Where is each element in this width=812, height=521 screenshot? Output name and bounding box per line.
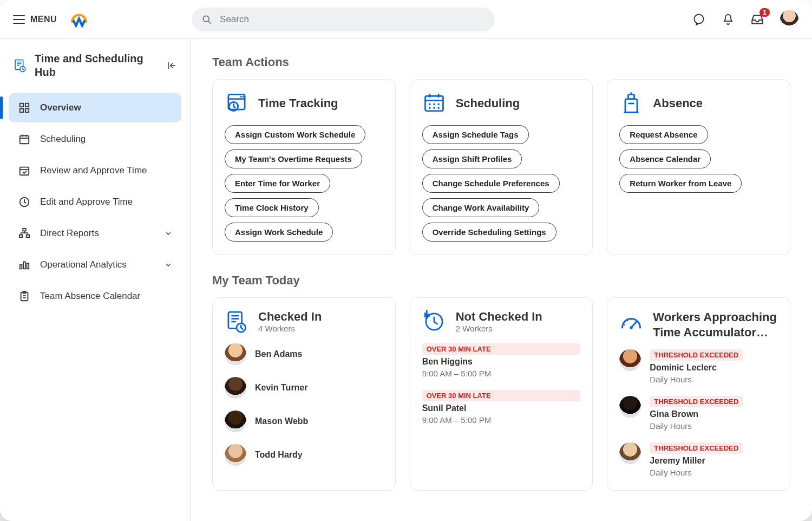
menu-button[interactable]: MENU <box>13 15 57 24</box>
chevron-down-icon <box>164 229 173 238</box>
nav-label: Review and Approve Time <box>40 165 147 176</box>
gauge-icon <box>619 310 643 334</box>
checked-in-card: Checked In 4 Workers Ben AdamsKevin Turn… <box>212 297 396 491</box>
sidebar-item-overview[interactable]: Overview <box>9 93 181 122</box>
svg-rect-14 <box>20 136 29 144</box>
action-pill[interactable]: Return Worker from Leave <box>619 174 742 193</box>
late-entry[interactable]: OVER 30 MIN LATEBen Higgins9:00 AM – 5:0… <box>422 343 581 378</box>
metric-label: Daily Hours <box>650 375 743 384</box>
accumulator-row[interactable]: THRESHOLD EXCEEDEDGina BrownDaily Hours <box>619 396 778 431</box>
worker-row[interactable]: Kevin Turner <box>225 377 383 399</box>
avatar <box>619 442 641 464</box>
team-actions-heading: Team Actions <box>212 55 790 69</box>
my-team-today-heading: My Team Today <box>212 273 790 288</box>
nav-label: Team Absence Calendar <box>40 291 140 302</box>
accumulator-title: Workers Approaching Time Accumulator… <box>653 310 778 340</box>
action-pill[interactable]: Assign Shift Profiles <box>422 149 522 168</box>
svg-rect-51 <box>628 95 634 99</box>
inbox-icon[interactable]: 1 <box>750 12 764 27</box>
hub-title: Time and Scheduling Hub <box>35 52 159 79</box>
nav-label: Edit and Approve Time <box>40 197 133 207</box>
card-icon <box>225 92 248 115</box>
sidebar-item-team-absence-calendar[interactable]: Team Absence Calendar <box>9 282 181 311</box>
avatar <box>225 444 246 466</box>
not-checked-in-card: Not Checked In 2 Workers OVER 30 MIN LAT… <box>410 297 593 491</box>
worker-name: Sunil Patel <box>422 403 581 413</box>
svg-rect-30 <box>27 263 29 269</box>
svg-point-39 <box>243 96 244 97</box>
action-pill[interactable]: Absence Calendar <box>619 149 711 168</box>
action-pill[interactable]: My Team's Overtime Requests <box>225 149 362 168</box>
action-pill[interactable]: Assign Custom Work Schedule <box>225 125 365 144</box>
not-checked-in-icon <box>422 310 446 334</box>
nav-icon <box>17 226 31 240</box>
checked-in-subtitle: 4 Workers <box>258 324 322 333</box>
sidebar-item-review-and-approve-time[interactable]: Review and Approve Time <box>9 156 181 185</box>
nav-label: Scheduling <box>40 134 86 145</box>
menu-label: MENU <box>30 15 57 24</box>
sidebar-item-operational-analytics[interactable]: Operational Analytics <box>9 250 181 279</box>
action-pill[interactable]: Change Work Availability <box>422 198 540 217</box>
action-pill[interactable]: Request Absence <box>619 125 708 144</box>
nav-icon <box>17 132 31 146</box>
nav-label: Operational Analytics <box>40 259 127 270</box>
action-pill[interactable]: Assign Work Schedule <box>225 223 333 242</box>
nav-icon <box>17 195 31 209</box>
sidebar-item-edit-and-approve-time[interactable]: Edit and Approve Time <box>9 187 181 217</box>
chat-icon[interactable] <box>692 12 706 27</box>
search-icon <box>201 14 212 25</box>
svg-point-2 <box>694 14 703 23</box>
card-icon <box>422 92 446 115</box>
worker-name: Kevin Turner <box>255 383 308 393</box>
search-input[interactable] <box>219 14 485 25</box>
status-tag: OVER 30 MIN LATE <box>422 390 581 401</box>
nav-icon <box>17 289 31 303</box>
status-tag: THRESHOLD EXCEEDED <box>650 349 743 361</box>
nav-label: Direct Reports <box>40 228 99 239</box>
svg-point-48 <box>433 107 435 109</box>
worker-row[interactable]: Ben Adams <box>225 343 383 365</box>
svg-rect-27 <box>27 235 29 238</box>
avatar <box>225 411 246 432</box>
svg-point-45 <box>433 103 435 106</box>
workday-logo[interactable] <box>70 10 88 29</box>
sidebar-item-direct-reports[interactable]: Direct Reports <box>9 219 181 248</box>
worker-row[interactable]: Mason Webb <box>225 411 383 432</box>
action-pill[interactable]: Time Clock History <box>225 198 319 217</box>
avatar <box>619 349 641 371</box>
svg-point-0 <box>203 16 209 22</box>
svg-point-44 <box>429 103 431 106</box>
avatar <box>225 377 246 399</box>
not-checked-in-title: Not Checked In <box>456 310 542 324</box>
svg-rect-13 <box>25 109 29 112</box>
action-pill[interactable]: Change Schedule Preferences <box>422 174 560 193</box>
card-title: Absence <box>653 96 703 110</box>
status-tag: THRESHOLD EXCEEDED <box>650 442 743 454</box>
chevron-down-icon <box>164 260 173 269</box>
sidebar-item-scheduling[interactable]: Scheduling <box>9 125 181 154</box>
worker-row[interactable]: Todd Hardy <box>225 444 383 466</box>
accumulator-row[interactable]: THRESHOLD EXCEEDEDJeremy MillerDaily Hou… <box>619 442 778 477</box>
worker-name: Ben Higgins <box>422 357 581 367</box>
worker-name: Ben Adams <box>255 349 302 359</box>
svg-point-49 <box>437 107 440 109</box>
svg-point-66 <box>631 318 632 320</box>
search-input-wrapper[interactable] <box>192 8 495 31</box>
nav-icon <box>17 164 31 178</box>
worker-name: Todd Hardy <box>255 450 303 460</box>
bell-icon[interactable] <box>721 12 735 27</box>
action-pill[interactable]: Enter Time for Worker <box>225 174 330 193</box>
profile-avatar[interactable] <box>780 10 799 29</box>
svg-point-47 <box>429 107 431 109</box>
avatar <box>225 343 246 365</box>
collapse-sidebar-button[interactable] <box>166 60 178 71</box>
late-entry[interactable]: OVER 30 MIN LATESunil Patel9:00 AM – 5:0… <box>422 390 581 425</box>
action-pill[interactable]: Override Scheduling Settings <box>422 223 556 242</box>
worker-name: Jeremy Miller <box>650 456 743 466</box>
card-title: Time Tracking <box>258 96 338 110</box>
svg-rect-35 <box>228 95 245 110</box>
accumulator-row[interactable]: THRESHOLD EXCEEDEDDominic LeclercDaily H… <box>619 349 778 384</box>
svg-rect-21 <box>23 229 26 231</box>
action-pill[interactable]: Assign Schedule Tags <box>422 125 529 144</box>
svg-rect-26 <box>19 235 23 238</box>
